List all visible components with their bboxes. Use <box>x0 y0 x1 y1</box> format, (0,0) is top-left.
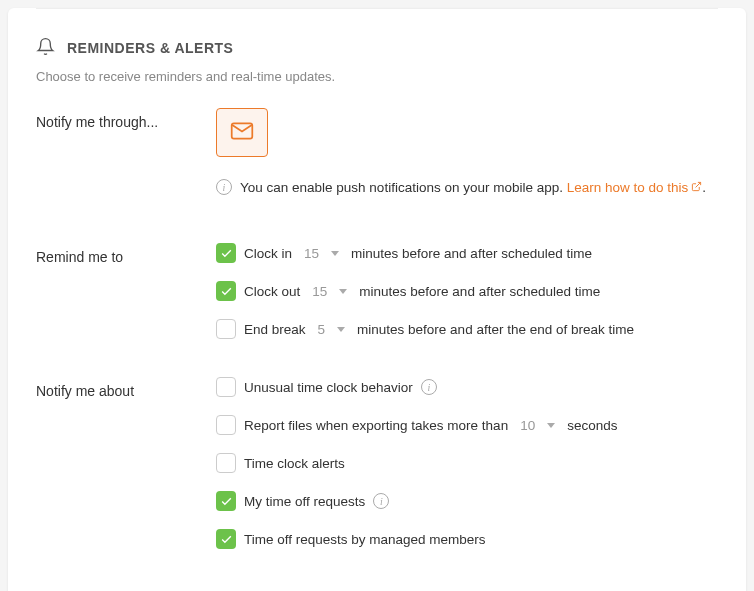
chevron-down-icon <box>339 289 347 294</box>
clock-in-label: Clock in <box>244 246 292 261</box>
timeclock-alerts-label: Time clock alerts <box>244 456 345 471</box>
clock-out-suffix: minutes before and after scheduled time <box>359 284 600 299</box>
managed-timeoff-label: Time off requests by managed members <box>244 532 486 547</box>
option-unusual-behavior: Unusual time clock behavior i <box>216 377 718 397</box>
divider <box>36 8 718 9</box>
report-seconds-select[interactable]: 10 <box>516 418 559 433</box>
push-info-line: i You can enable push notifications on y… <box>216 179 718 195</box>
option-clock-in: Clock in 15 minutes before and after sch… <box>216 243 718 263</box>
external-link-icon <box>691 180 702 195</box>
checkbox-timeclock-alerts[interactable] <box>216 453 236 473</box>
chevron-down-icon <box>331 251 339 256</box>
clock-in-suffix: minutes before and after scheduled time <box>351 246 592 261</box>
checkbox-end-break[interactable] <box>216 319 236 339</box>
bell-icon <box>36 37 55 59</box>
my-timeoff-label: My time off requests <box>244 494 365 509</box>
checkbox-clock-out[interactable] <box>216 281 236 301</box>
row-notify-about: Notify me about Unusual time clock behav… <box>36 377 718 567</box>
checkbox-report-files[interactable] <box>216 415 236 435</box>
end-break-label: End break <box>244 322 306 337</box>
checkbox-clock-in[interactable] <box>216 243 236 263</box>
info-icon[interactable]: i <box>421 379 437 395</box>
push-info-text: You can enable push notifications on you… <box>240 180 563 195</box>
info-icon[interactable]: i <box>216 179 232 195</box>
section-subtitle: Choose to receive reminders and real-tim… <box>36 69 718 84</box>
clock-out-label: Clock out <box>244 284 300 299</box>
label-notify-through: Notify me through... <box>36 108 216 130</box>
report-files-suffix: seconds <box>567 418 617 433</box>
report-files-prefix: Report files when exporting takes more t… <box>244 418 508 433</box>
email-channel-button[interactable] <box>216 108 268 157</box>
settings-card: REMINDERS & ALERTS Choose to receive rem… <box>8 8 746 591</box>
clock-in-minutes-select[interactable]: 15 <box>300 246 343 261</box>
info-icon[interactable]: i <box>373 493 389 509</box>
end-break-suffix: minutes before and after the end of brea… <box>357 322 634 337</box>
section-title: REMINDERS & ALERTS <box>67 40 233 56</box>
option-timeclock-alerts: Time clock alerts <box>216 453 718 473</box>
chevron-down-icon <box>337 327 345 332</box>
checkbox-my-timeoff[interactable] <box>216 491 236 511</box>
checkbox-unusual-behavior[interactable] <box>216 377 236 397</box>
option-report-files: Report files when exporting takes more t… <box>216 415 718 435</box>
section-heading: REMINDERS & ALERTS <box>36 37 718 59</box>
end-break-minutes-select[interactable]: 5 <box>314 322 350 337</box>
unusual-behavior-label: Unusual time clock behavior <box>244 380 413 395</box>
row-notify-through: Notify me through... i You can enable pu… <box>36 108 718 223</box>
option-managed-timeoff: Time off requests by managed members <box>216 529 718 549</box>
checkbox-managed-timeoff[interactable] <box>216 529 236 549</box>
option-end-break: End break 5 minutes before and after the… <box>216 319 718 339</box>
svg-line-1 <box>696 182 701 187</box>
mail-icon <box>229 118 255 147</box>
label-remind-me: Remind me to <box>36 243 216 265</box>
label-notify-about: Notify me about <box>36 377 216 399</box>
clock-out-minutes-select[interactable]: 15 <box>308 284 351 299</box>
option-my-timeoff: My time off requests i <box>216 491 718 511</box>
chevron-down-icon <box>547 423 555 428</box>
learn-link[interactable]: Learn how to do this <box>567 180 703 195</box>
option-clock-out: Clock out 15 minutes before and after sc… <box>216 281 718 301</box>
row-remind-me: Remind me to Clock in 15 minutes before … <box>36 243 718 357</box>
